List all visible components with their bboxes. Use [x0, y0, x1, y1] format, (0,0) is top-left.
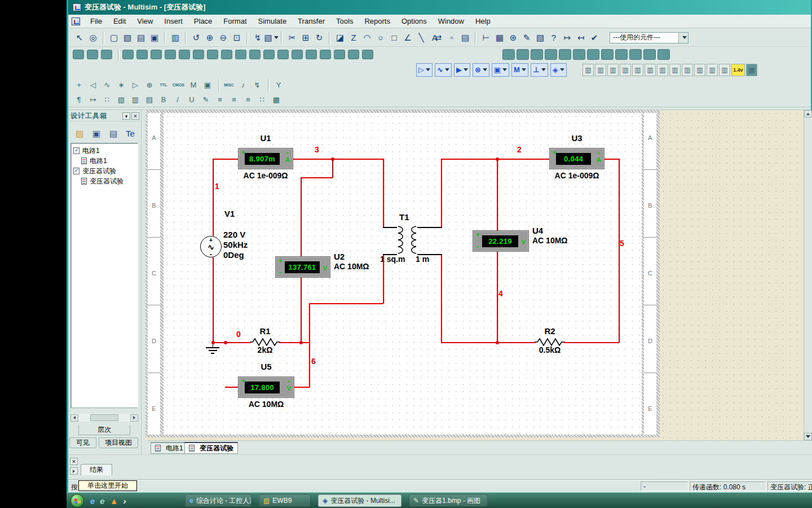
component-slot-button[interactable]	[249, 50, 261, 59]
clipboard-icon[interactable]: ▥	[129, 94, 142, 106]
indicator-family-icon[interactable]: ▣	[492, 63, 509, 77]
in-use-list-icon[interactable]: Z	[347, 31, 360, 45]
component-slot-button[interactable]	[573, 49, 585, 60]
spreadsheet-icon[interactable]: ▦	[493, 31, 506, 45]
cut-icon[interactable]: ✂	[285, 31, 299, 45]
underline-icon[interactable]: U	[186, 94, 198, 106]
menu-item-place[interactable]: Place	[188, 15, 218, 27]
component-slot-button[interactable]	[629, 49, 642, 60]
component-slot-button[interactable]	[207, 50, 218, 59]
basic-virtual-icon[interactable]: ∿	[101, 80, 113, 91]
component-slot-button[interactable]	[306, 50, 317, 59]
paragraph-icon[interactable]: ¶	[73, 94, 85, 106]
picture-icon[interactable]: ▧	[115, 94, 127, 106]
grapher-icon[interactable]: ▧	[264, 31, 278, 45]
multimeter-u1[interactable]: + - A 8.907m	[238, 148, 293, 169]
align-center-icon[interactable]: ≡	[228, 94, 240, 106]
menu-item-insert[interactable]: Insert	[158, 15, 188, 27]
rated-virtual-icon[interactable]: ∗	[115, 80, 127, 91]
menu-item-help[interactable]: Help	[470, 15, 496, 27]
resistor-r1[interactable]	[250, 338, 280, 347]
taskbar-button[interactable]: ▨EWB9	[259, 494, 311, 507]
menu-item-tools[interactable]: Tools	[330, 15, 359, 27]
component-slot-button[interactable]	[502, 49, 515, 60]
results-expand-icon[interactable]	[70, 467, 78, 475]
open-file-icon[interactable]: ▧	[121, 31, 134, 45]
in-use-components-dropdown[interactable]: ---使用的元件---	[610, 32, 689, 43]
instrument-button[interactable]: ▥	[682, 64, 693, 76]
audio-icon[interactable]: ♪	[237, 80, 249, 91]
menu-item-format[interactable]: Format	[218, 15, 252, 27]
sheet-tab-circuit1[interactable]: 电路1	[151, 442, 188, 454]
multimeter-u3[interactable]: + - A 0.044	[549, 148, 604, 169]
instrument-button[interactable]: ▥	[620, 64, 631, 76]
analog-family-icon[interactable]: ▷	[416, 63, 433, 77]
component-slot-button[interactable]	[643, 49, 656, 60]
component-slot-button[interactable]	[545, 49, 557, 60]
paste-icon[interactable]: ▥	[169, 31, 182, 45]
tree-subitem[interactable]: 电路1	[72, 156, 136, 166]
expand-icon[interactable]: ›	[123, 497, 126, 505]
instrument-button[interactable]: ▥	[694, 64, 705, 76]
analog-virtual-icon[interactable]: ⊕	[143, 80, 156, 91]
project-view-tab[interactable]: 项目视图	[99, 437, 138, 448]
zoom-full-icon[interactable]: ⊡	[230, 31, 244, 45]
component-slot-button[interactable]	[179, 50, 190, 59]
align-right-icon[interactable]: ≡	[242, 94, 254, 106]
image-icon[interactable]: ▩	[270, 94, 283, 106]
instrument-button[interactable]: ▥	[595, 64, 606, 76]
back-annotate-icon[interactable]: ↤	[574, 31, 588, 45]
instrument-button[interactable]: ▥	[632, 64, 643, 76]
menu-item-reports[interactable]: Reports	[359, 15, 396, 27]
multimeter-u4[interactable]: + - V 22.219	[473, 230, 529, 252]
menu-item-transfer[interactable]: Transfer	[292, 15, 330, 27]
refresh-icon[interactable]: ⇄	[431, 31, 445, 45]
menu-item-window[interactable]: Window	[433, 15, 470, 27]
save-icon[interactable]: ▣	[148, 31, 161, 45]
electromech-icon[interactable]: ↯	[251, 80, 263, 91]
component-slot-button[interactable]	[587, 49, 599, 60]
component-slot-button[interactable]	[193, 50, 204, 59]
instrument-button[interactable]: ▦	[746, 64, 757, 76]
component-slot-button[interactable]	[151, 50, 162, 59]
tree-item[interactable]: 电路1	[72, 146, 136, 156]
doc-icon[interactable]: ▤	[143, 94, 156, 106]
component-slot-button[interactable]	[87, 50, 98, 59]
results-close-icon[interactable]: ✕	[70, 458, 78, 465]
new-file-icon[interactable]: ▢	[107, 31, 121, 45]
diode-family-icon[interactable]: ▶	[454, 63, 470, 77]
checkbox-icon[interactable]	[73, 168, 80, 174]
sheet-tab-transformer-test[interactable]: 变压器试验	[184, 442, 238, 454]
select-area-icon[interactable]: ▫	[445, 31, 458, 45]
export-icon[interactable]: ↦	[561, 31, 574, 45]
instrument-button[interactable]: ▥	[607, 64, 619, 76]
component-slot-button[interactable]	[531, 49, 543, 60]
ie-icon[interactable]: e	[90, 497, 95, 505]
component-slot-button[interactable]	[517, 49, 529, 60]
visible-tab[interactable]: 可见	[69, 437, 96, 448]
component-slot-button[interactable]	[657, 49, 670, 60]
resistor-r2[interactable]	[535, 338, 565, 347]
document-icon[interactable]	[72, 17, 80, 25]
component-slot-button[interactable]	[221, 50, 232, 59]
menu-item-edit[interactable]: Edit	[108, 15, 131, 27]
line-tool-icon[interactable]: ╲	[414, 31, 428, 45]
print-icon[interactable]: ▤	[134, 31, 148, 45]
help-icon[interactable]: ?	[547, 31, 561, 45]
taskbar-button[interactable]: e综合讨论 - 工控人家...	[185, 494, 251, 507]
rect-tool-icon[interactable]: □	[387, 31, 401, 45]
ac-voltage-source-v1[interactable]: + ∿ -	[200, 236, 222, 257]
menu-item-simulate[interactable]: Simulate	[253, 15, 293, 27]
italic-icon[interactable]: /	[171, 94, 184, 106]
ellipse-tool-icon[interactable]: ○	[374, 31, 387, 45]
misc-component-icon[interactable]: MISC	[223, 80, 235, 91]
basic-family-icon[interactable]: ∿	[435, 63, 452, 77]
component-slot-button[interactable]	[235, 50, 246, 59]
diode-virtual-icon[interactable]: ▷	[129, 80, 142, 91]
multimeter-u2[interactable]: + - V 137.761	[275, 256, 330, 278]
combo-dropdown-icon[interactable]	[678, 33, 688, 43]
title-bar[interactable]: 变压器试验 - Multisim - [变压器试验]	[68, 0, 811, 15]
component-slot-button[interactable]	[601, 49, 614, 60]
color-balls-icon[interactable]: ∷	[101, 94, 113, 106]
dropdown-arrow-icon[interactable]	[274, 36, 279, 39]
